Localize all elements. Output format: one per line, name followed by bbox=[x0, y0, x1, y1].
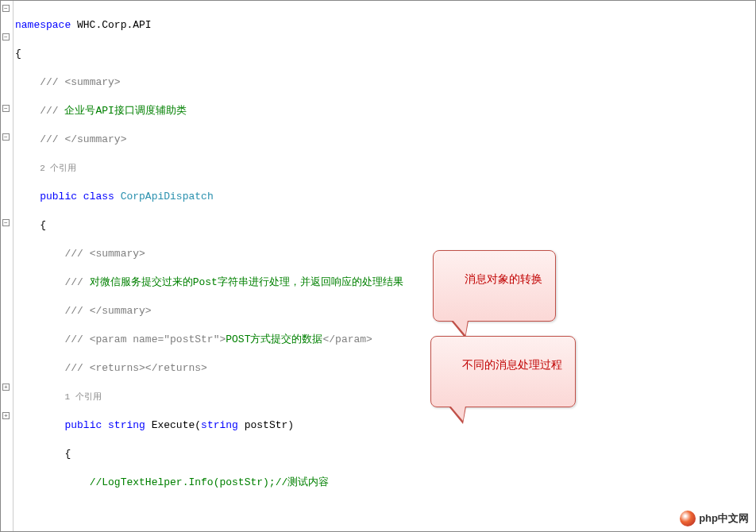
param-text: POST方式提交的数据 bbox=[226, 333, 322, 345]
xml-summary-close2: /// </summary> bbox=[64, 305, 151, 317]
brace: { bbox=[40, 219, 46, 231]
xml-summary-open2: /// <summary> bbox=[64, 248, 145, 260]
class-name: CorpApiDispatch bbox=[114, 191, 214, 202]
refs-count[interactable]: 2 个引用 bbox=[40, 164, 76, 173]
xml-summary-open: /// <summary> bbox=[40, 76, 120, 88]
brace: { bbox=[15, 47, 755, 61]
log-comment: //LogTextHelper.Info(postStr);//测试内容 bbox=[90, 476, 330, 488]
php-logo-icon bbox=[680, 511, 696, 526]
fold-icon-class[interactable]: − bbox=[2, 105, 10, 112]
callout-tail-icon bbox=[449, 407, 466, 424]
method-comment: 对微信服务提交过来的Post字符串进行处理，并返回响应的处理结果 bbox=[90, 276, 403, 288]
kw-string: string bbox=[108, 419, 145, 431]
kw-public: public bbox=[40, 191, 77, 202]
returns-tag: /// <returns></returns> bbox=[64, 362, 206, 374]
fold-icon-collapsed2[interactable]: + bbox=[2, 412, 10, 419]
fold-icon-summary1[interactable]: − bbox=[2, 33, 10, 40]
kw-public2: public bbox=[64, 419, 102, 431]
brace: { bbox=[64, 448, 71, 460]
callout-2: 不同的消息处理过程 bbox=[430, 336, 576, 407]
watermark-text: php中文网 bbox=[699, 511, 749, 526]
xml-prefix: /// bbox=[40, 105, 64, 117]
method-param: postStr) bbox=[238, 419, 294, 431]
fold-gutter: − − − − − + + bbox=[1, 1, 14, 531]
fold-icon-collapsed1[interactable]: + bbox=[2, 384, 10, 391]
callout-1: 消息对象的转换 bbox=[433, 250, 556, 322]
watermark: php中文网 bbox=[680, 511, 749, 526]
ns-name: WHC.Corp.API bbox=[71, 19, 151, 31]
param-open: /// <param name="postStr"> bbox=[64, 333, 226, 345]
kw-class: class bbox=[83, 191, 114, 202]
refs-count-method[interactable]: 1 个引用 bbox=[64, 392, 101, 402]
callout-1-text: 消息对象的转换 bbox=[465, 272, 542, 285]
method-name: Execute( bbox=[145, 419, 201, 431]
code-editor: − − − − − + + namespace WHC.Corp.API { /… bbox=[1, 1, 755, 531]
xml-summary-close: /// </summary> bbox=[40, 133, 126, 145]
xml-prefix: /// bbox=[64, 276, 89, 288]
class-comment: 企业号API接口调度辅助类 bbox=[64, 105, 186, 117]
fold-icon-namespace[interactable]: − bbox=[2, 5, 10, 12]
fold-icon-summary2[interactable]: − bbox=[2, 133, 10, 141]
kw-string2: string bbox=[201, 419, 238, 431]
fold-icon-method[interactable]: − bbox=[2, 219, 10, 226]
param-close: </param> bbox=[322, 333, 372, 345]
callout-2-text: 不同的消息处理过程 bbox=[462, 358, 562, 371]
code-area[interactable]: namespace WHC.Corp.API { /// <summary> /… bbox=[14, 1, 755, 531]
kw-namespace: namespace bbox=[15, 19, 71, 31]
